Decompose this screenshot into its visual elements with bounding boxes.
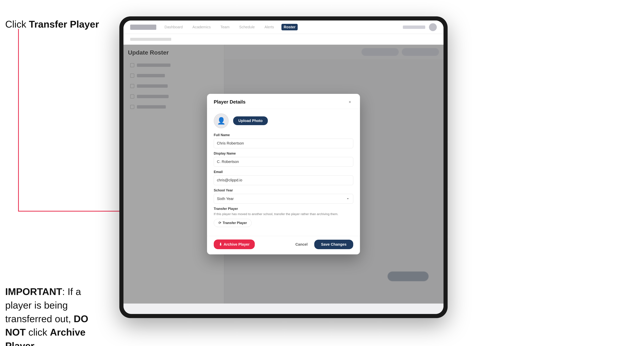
avatar-placeholder: 👤 — [214, 113, 229, 128]
nav-user-text — [403, 25, 425, 29]
email-group: Email — [214, 170, 353, 185]
modal-title: Player Details — [214, 99, 246, 105]
full-name-input[interactable] — [214, 139, 353, 148]
nav-item-team[interactable]: Team — [218, 24, 232, 30]
full-name-group: Full Name — [214, 133, 353, 148]
nav-item-schedule[interactable]: Schedule — [237, 24, 257, 30]
annotation-vertical-line — [18, 29, 19, 211]
footer-right-buttons: Cancel Save Changes — [292, 240, 353, 249]
transfer-icon: ⟳ — [218, 221, 221, 225]
school-year-label: School Year — [214, 188, 353, 192]
modal-footer: ⬇ Archive Player Cancel Save Changes — [207, 236, 360, 254]
nav-item-academics[interactable]: Academics — [190, 24, 213, 30]
dialog-overlay: Player Details × 👤 Upload Photo — [124, 45, 444, 304]
tablet-screen: Dashboard Academics Team Schedule Alerts… — [124, 20, 444, 314]
transfer-player-section: Transfer Player If this player has moved… — [214, 207, 353, 227]
nav-item-alerts[interactable]: Alerts — [262, 24, 276, 30]
user-icon: 👤 — [217, 117, 226, 125]
app-logo — [130, 24, 156, 30]
app-background: Dashboard Academics Team Schedule Alerts… — [124, 20, 444, 314]
email-input[interactable] — [214, 175, 353, 185]
nav-items: Dashboard Academics Team Schedule Alerts… — [162, 24, 397, 30]
save-changes-button[interactable]: Save Changes — [314, 240, 353, 249]
modal-header: Player Details × — [207, 94, 360, 109]
sub-navigation — [124, 34, 444, 45]
player-details-modal: Player Details × 👤 Upload Photo — [207, 94, 360, 255]
modal-close-button[interactable]: × — [346, 99, 353, 105]
transfer-player-button-label: Transfer Player — [223, 221, 247, 225]
upload-photo-button[interactable]: Upload Photo — [233, 116, 268, 125]
full-name-label: Full Name — [214, 133, 353, 137]
modal-body: 👤 Upload Photo Full Name — [207, 109, 360, 235]
breadcrumb — [130, 38, 171, 41]
email-label: Email — [214, 170, 353, 174]
bottom-instruction: IMPORTANT: If a player is being transfer… — [5, 285, 110, 346]
top-navigation: Dashboard Academics Team Schedule Alerts… — [124, 20, 444, 34]
display-name-label: Display Name — [214, 152, 353, 156]
transfer-description: If this player has moved to another scho… — [214, 212, 353, 216]
nav-right-section — [403, 23, 437, 31]
nav-item-dashboard[interactable]: Dashboard — [162, 24, 185, 30]
instruction-bold: Transfer Player — [29, 19, 99, 30]
nav-item-roster[interactable]: Roster — [282, 24, 298, 30]
school-year-select[interactable]: First Year Second Year Third Year Fourth… — [214, 194, 353, 203]
annotation-horizontal-line — [18, 211, 126, 211]
display-name-group: Display Name — [214, 152, 353, 167]
school-year-group: School Year First Year Second Year Third… — [214, 188, 353, 203]
cancel-button[interactable]: Cancel — [292, 240, 312, 249]
display-name-input[interactable] — [214, 157, 353, 167]
nav-avatar — [429, 23, 437, 31]
archive-player-button[interactable]: ⬇ Archive Player — [214, 239, 255, 249]
main-content-area: Update Roster — [124, 45, 444, 304]
transfer-section-title: Transfer Player — [214, 207, 353, 211]
photo-upload-row: 👤 Upload Photo — [214, 113, 353, 128]
transfer-player-button[interactable]: ⟳ Transfer Player — [214, 219, 252, 227]
tablet-device: Dashboard Academics Team Schedule Alerts… — [119, 16, 448, 318]
click-instruction: Click Transfer Player — [5, 19, 99, 30]
archive-button-label: Archive Player — [224, 242, 250, 247]
archive-icon: ⬇ — [219, 242, 222, 247]
